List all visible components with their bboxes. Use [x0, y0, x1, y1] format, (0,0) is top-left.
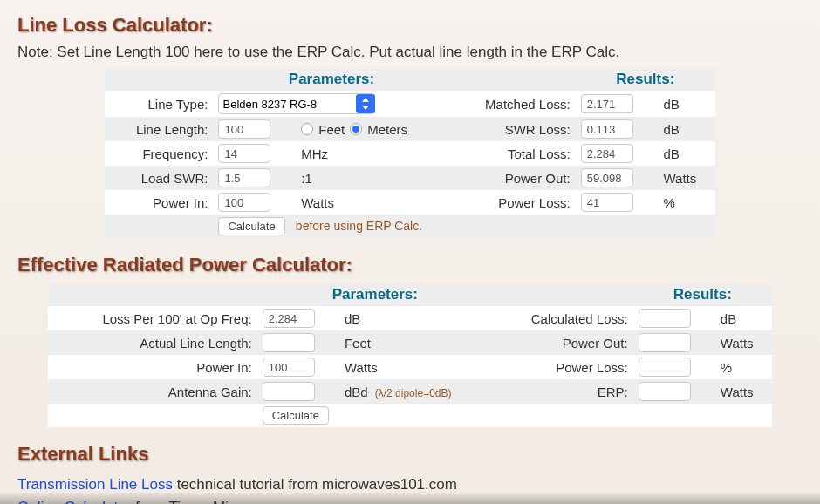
power-out-output[interactable]: [581, 168, 633, 187]
ll-results-header: Results:: [576, 68, 715, 91]
erp-calculate-button[interactable]: Calculate: [263, 406, 329, 425]
line-loss-table: Parameters: Results: Line Type: Belden 8…: [105, 68, 715, 238]
erp-label-power-out: Power Out:: [493, 330, 633, 355]
erp-label-power-loss: Power Loss:: [493, 355, 633, 379]
erp-label-loss-per100: Loss Per 100' at Op Freq:: [48, 306, 257, 330]
ll-calculate-button[interactable]: Calculate: [218, 217, 284, 235]
erp-output[interactable]: [639, 382, 691, 401]
load-swr-input[interactable]: [218, 168, 270, 187]
calculated-loss-output[interactable]: [639, 309, 691, 328]
ll-unit-watts1: Watts: [658, 166, 715, 190]
loss-per100-input[interactable]: [263, 309, 315, 328]
erp-power-out-output[interactable]: [639, 333, 691, 352]
total-loss-output[interactable]: [581, 144, 633, 163]
erp-label-power-in: Power In:: [48, 355, 257, 379]
antenna-gain-input[interactable]: [263, 382, 315, 401]
power-loss-output[interactable]: [581, 193, 633, 212]
erp-unit-watts1: Watts: [715, 330, 772, 355]
line-type-select[interactable]: Belden 8237 RG-8: [218, 93, 375, 114]
erp-power-loss-output[interactable]: [639, 358, 691, 377]
erp-unit-watts3: Watts: [715, 379, 772, 404]
ll-label-total-loss: Total Loss:: [449, 141, 575, 166]
external-links-section: Transmission Line Loss technical tutoria…: [17, 476, 803, 504]
ll-label-swr-loss: SWR Loss:: [449, 117, 575, 141]
ll-label-line-length: Line Length:: [105, 117, 213, 141]
ll-unit-db2: dB: [658, 117, 715, 141]
ll-label-load-swr: Load SWR:: [105, 166, 213, 190]
erp-label-calculated-loss: Calculated Loss:: [493, 306, 633, 330]
erp-unit-db2: dB: [715, 306, 772, 330]
meters-radio-label: Meters: [367, 122, 407, 137]
external-links-title: External Links: [17, 443, 803, 466]
link-online-calculator[interactable]: Online Calculator: [17, 499, 131, 504]
swr-loss-output[interactable]: [581, 119, 633, 139]
ll-label-matched-loss: Matched Loss:: [449, 91, 575, 117]
feet-radio-label: Feet: [318, 122, 345, 137]
ll-unit-db1: dB: [658, 91, 715, 117]
erp-label-erp: ERP:: [493, 379, 633, 404]
erp-power-in-input[interactable]: [263, 358, 315, 377]
ll-params-header: Parameters:: [213, 68, 449, 91]
erp-results-header: Results:: [633, 283, 772, 306]
erp-title: Effective Radiated Power Calculator:: [17, 254, 803, 276]
ll-unit-db3: dB: [658, 141, 715, 166]
dipole-note: (λ/2 dipole=0dB): [375, 387, 452, 399]
power-in-input[interactable]: [218, 193, 270, 212]
ll-label-power-in: Power In:: [105, 190, 213, 215]
matched-loss-output[interactable]: [581, 94, 633, 113]
link1-rest: technical tutorial from microwaves101.co…: [173, 476, 457, 493]
link2-rest: from Times Microwave: [131, 499, 284, 504]
erp-params-header: Parameters:: [257, 283, 493, 306]
meters-radio[interactable]: [350, 123, 362, 135]
feet-radio[interactable]: [301, 123, 313, 135]
erp-unit-watts2: Watts: [339, 355, 493, 379]
erp-unit-dbd: dBd: [345, 385, 368, 399]
ll-unit-colon1: :1: [296, 166, 449, 190]
link-transmission-line-loss[interactable]: Transmission Line Loss: [17, 476, 173, 493]
line-loss-title: Line Loss Calculator:: [17, 14, 803, 37]
ll-label-frequency: Frequency:: [105, 141, 213, 166]
line-length-input[interactable]: [218, 119, 270, 139]
erp-unit-percent: %: [715, 355, 772, 379]
ll-label-power-loss: Power Loss:: [449, 190, 575, 215]
actual-length-input[interactable]: [263, 333, 315, 352]
erp-label-antenna-gain: Antenna Gain:: [48, 379, 257, 404]
erp-unit-feet: Feet: [339, 330, 493, 355]
erp-table: Parameters: Results: Loss Per 100' at Op…: [48, 283, 772, 427]
ll-calc-note: before using ERP Calc.: [296, 219, 422, 233]
ll-label-line-type: Line Type:: [105, 91, 213, 117]
erp-label-actual-length: Actual Line Length:: [48, 330, 257, 355]
line-loss-note: Note: Set Line Length 100 here to use th…: [17, 44, 803, 61]
ll-unit-percent: %: [658, 190, 715, 215]
ll-unit-watts2: Watts: [296, 190, 449, 215]
erp-unit-db1: dB: [339, 306, 493, 330]
ll-unit-mhz: MHz: [296, 141, 449, 166]
ll-label-power-out: Power Out:: [449, 166, 575, 190]
frequency-input[interactable]: [218, 144, 270, 163]
